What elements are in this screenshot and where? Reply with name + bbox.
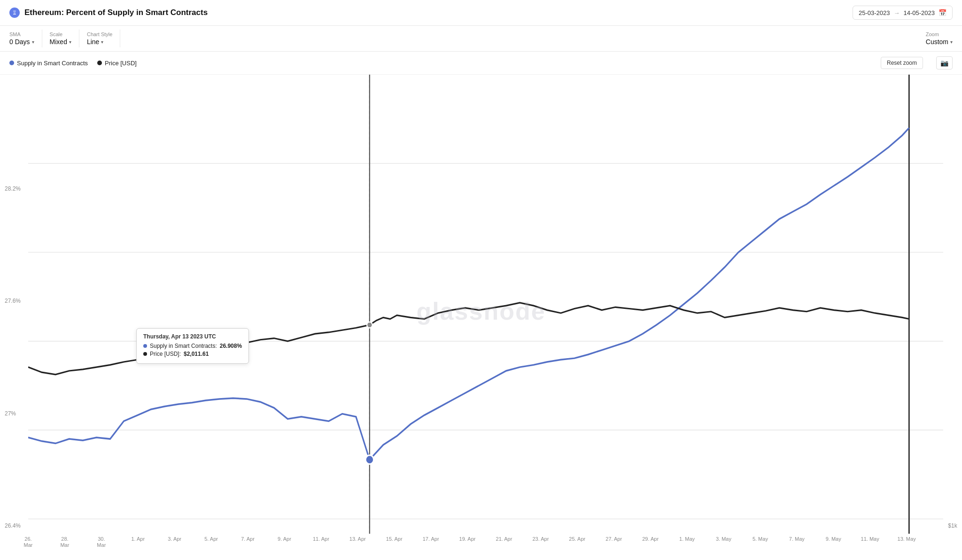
legend: Supply in Smart Contracts Price [USD] Re… xyxy=(0,52,962,75)
scale-value: Mixed xyxy=(50,38,67,46)
date-start: 25-03-2023 xyxy=(859,9,890,16)
x-axis-label: 5. Apr xyxy=(204,536,218,542)
price-line xyxy=(28,303,909,375)
chart-style-selector[interactable]: Chart Style Line ▾ xyxy=(79,30,120,47)
chart-svg xyxy=(28,75,943,534)
sma-chevron-icon: ▾ xyxy=(32,39,34,45)
toolbar: SMA 0 Days ▾ Scale Mixed ▾ Chart Style L… xyxy=(0,26,962,52)
legend-price: Price [USD] xyxy=(97,60,137,67)
x-axis-label: 17. Apr xyxy=(423,536,439,542)
x-axis-label: 19. Apr xyxy=(459,536,476,542)
x-axis-label: 26. Mar xyxy=(24,536,33,548)
x-axis-label: 7. May xyxy=(789,536,805,542)
zoom-value: Custom xyxy=(926,38,948,46)
chart-style-label: Chart Style xyxy=(87,31,112,37)
x-axis-label: 11. May xyxy=(861,536,879,542)
price-label: Price [USD] xyxy=(105,60,137,67)
x-axis-label: 11. Apr xyxy=(313,536,329,542)
page-title: Ethereum: Percent of Supply in Smart Con… xyxy=(24,8,208,17)
x-axis-label: 15. Apr xyxy=(386,536,403,542)
y-axis: 28.2% 27.6% 27% 26.4% xyxy=(0,75,28,534)
scale-chevron-icon: ▾ xyxy=(69,39,71,45)
x-axis-label: 27. Apr xyxy=(605,536,622,542)
price-crosshair-dot xyxy=(367,322,372,328)
zoom-label: Zoom xyxy=(926,31,953,37)
scale-selector[interactable]: Scale Mixed ▾ xyxy=(42,30,79,47)
x-axis-label: 3. May xyxy=(716,536,731,542)
reset-zoom-button[interactable]: Reset zoom xyxy=(881,57,923,69)
y-label-1: 28.2% xyxy=(0,185,28,192)
x-axis-label: 9. May xyxy=(826,536,841,542)
y-label-2: 27.6% xyxy=(0,298,28,304)
y-label-4: 26.4% xyxy=(0,522,28,529)
supply-line xyxy=(28,128,909,460)
y-right-label: $1k xyxy=(943,522,962,529)
sma-label: SMA xyxy=(9,31,34,37)
x-axis-label: 1. May xyxy=(679,536,695,542)
date-arrow: → xyxy=(894,9,900,16)
chart-container: 28.2% 27.6% 27% 26.4% $1k xyxy=(0,75,962,548)
date-range-selector[interactable]: 25-03-2023 → 14-05-2023 📅 xyxy=(853,6,953,20)
chart-style-chevron-icon: ▾ xyxy=(101,39,103,45)
x-axis-label: 13. May xyxy=(898,536,916,542)
header: Ξ Ethereum: Percent of Supply in Smart C… xyxy=(0,0,962,26)
header-left: Ξ Ethereum: Percent of Supply in Smart C… xyxy=(9,8,208,18)
camera-button[interactable]: 📷 xyxy=(936,56,953,69)
ethereum-icon: Ξ xyxy=(9,8,20,18)
supply-label: Supply in Smart Contracts xyxy=(17,60,88,67)
x-axis-label: 28. Mar xyxy=(60,536,69,548)
legend-supply: Supply in Smart Contracts xyxy=(9,60,88,67)
x-axis-label: 30. Mar xyxy=(97,536,106,548)
x-axis-label: 7. Apr xyxy=(241,536,255,542)
x-axis-label: 3. Apr xyxy=(168,536,181,542)
date-end: 14-05-2023 xyxy=(904,9,935,16)
calendar-icon: 📅 xyxy=(939,9,946,16)
chart-style-value: Line xyxy=(87,38,99,46)
x-axis-label: 13. Apr xyxy=(349,536,366,542)
scale-label: Scale xyxy=(50,31,71,37)
zoom-chevron-icon: ▾ xyxy=(950,39,953,45)
x-axis-label: 23. Apr xyxy=(532,536,549,542)
price-dot xyxy=(97,61,102,65)
y-axis-right: $1k xyxy=(943,75,962,534)
y-label-3: 27% xyxy=(0,410,28,417)
x-axis-label: 29. Apr xyxy=(642,536,659,542)
x-axis: 26. Mar28. Mar30. Mar1. Apr3. Apr5. Apr7… xyxy=(28,534,943,548)
supply-crosshair-dot xyxy=(365,455,373,464)
chart-area: 28.2% 27.6% 27% 26.4% $1k xyxy=(0,75,962,548)
sma-selector[interactable]: SMA 0 Days ▾ xyxy=(9,30,42,47)
x-axis-label: 1. Apr xyxy=(131,536,145,542)
supply-dot xyxy=(9,61,14,65)
x-axis-label: 21. Apr xyxy=(496,536,512,542)
x-axis-label: 5. May xyxy=(753,536,768,542)
x-axis-label: 9. Apr xyxy=(278,536,291,542)
zoom-selector[interactable]: Zoom Custom ▾ xyxy=(918,30,953,47)
sma-value: 0 Days xyxy=(9,38,30,46)
x-axis-label: 25. Apr xyxy=(569,536,585,542)
